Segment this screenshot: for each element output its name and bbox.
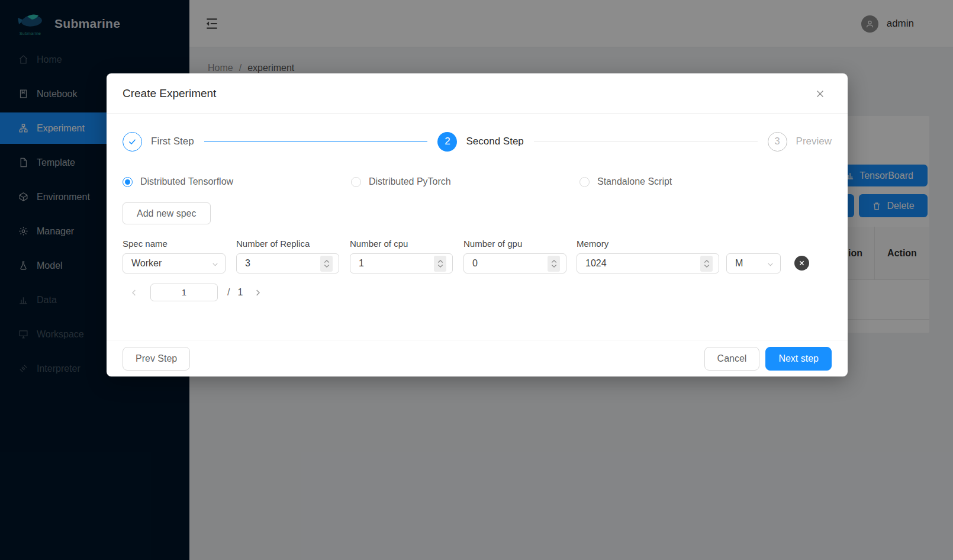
- memory-unit-value: M: [735, 258, 743, 269]
- prev-step-button[interactable]: Prev Step: [123, 347, 190, 371]
- radio-icon: [123, 177, 133, 187]
- cpu-label: Number of cpu: [350, 239, 453, 249]
- step-title: Second Step: [466, 136, 523, 147]
- chevron-left-icon[interactable]: [130, 288, 139, 297]
- cancel-button[interactable]: Cancel: [704, 347, 760, 371]
- memory-unit-select[interactable]: M: [726, 253, 781, 273]
- memory-group: Memory 1024: [577, 239, 719, 273]
- memory-label: Memory: [577, 239, 719, 249]
- number-stepper-icon[interactable]: [548, 256, 560, 272]
- radio-distributed-tensorflow[interactable]: Distributed Tensorflow: [123, 176, 351, 187]
- radio-icon: [579, 177, 590, 187]
- chevron-down-icon: [211, 260, 219, 268]
- step-preview: 3 Preview: [768, 132, 832, 152]
- memory-value: 1024: [585, 258, 607, 269]
- replica-group: Number of Replica 3: [236, 239, 339, 273]
- next-step-button[interactable]: Next step: [765, 347, 832, 371]
- spec-name-value: Worker: [131, 258, 162, 269]
- cpu-value: 1: [359, 258, 364, 269]
- page-total: 1: [237, 287, 243, 298]
- spec-name-select[interactable]: Worker: [123, 253, 226, 273]
- add-new-spec-button[interactable]: Add new spec: [123, 202, 211, 224]
- modal-body: First Step 2 Second Step 3 Preview Distr…: [107, 114, 848, 301]
- cpu-input[interactable]: 1: [350, 253, 453, 273]
- modal-header: Create Experiment: [107, 73, 848, 114]
- spec-form-row: Spec name Worker Number of Replica 3: [123, 239, 832, 273]
- replica-value: 3: [245, 258, 250, 269]
- steps-bar: First Step 2 Second Step 3 Preview: [123, 131, 832, 152]
- step-connector-todo: [534, 141, 758, 142]
- memory-unit-group: M: [726, 239, 781, 273]
- remove-spec-button[interactable]: [794, 256, 809, 271]
- radio-standalone-script[interactable]: Standalone Script: [579, 176, 808, 187]
- close-icon[interactable]: [815, 89, 825, 99]
- step-number: 2: [437, 132, 457, 152]
- page-number-input[interactable]: 1: [150, 284, 218, 301]
- radio-icon: [351, 177, 361, 187]
- spec-name-group: Spec name Worker: [123, 239, 226, 273]
- create-experiment-modal: Create Experiment First Step 2 Second St…: [107, 73, 848, 376]
- gpu-label: Number of gpu: [463, 239, 566, 249]
- gpu-group: Number of gpu 0: [463, 239, 566, 273]
- memory-unit-label: [726, 239, 781, 249]
- step-title: First Step: [151, 136, 194, 147]
- cpu-group: Number of cpu 1: [350, 239, 453, 273]
- modal-title: Create Experiment: [123, 87, 216, 100]
- number-stepper-icon[interactable]: [434, 256, 446, 272]
- step-title: Preview: [796, 136, 832, 147]
- step-first: First Step: [123, 132, 194, 152]
- gpu-input[interactable]: 0: [463, 253, 566, 273]
- radio-label: Distributed PyTorch: [369, 176, 451, 187]
- framework-radio-group: Distributed Tensorflow Distributed PyTor…: [123, 176, 832, 187]
- close-icon: [799, 260, 805, 266]
- step-number: 3: [768, 132, 787, 152]
- spec-pagination: 1 / 1: [123, 284, 832, 301]
- gpu-value: 0: [472, 258, 478, 269]
- step-second: 2 Second Step: [437, 132, 523, 152]
- number-stepper-icon[interactable]: [700, 256, 713, 272]
- page-separator: /: [227, 287, 230, 298]
- modal-footer: Prev Step Cancel Next step: [107, 340, 848, 376]
- radio-label: Distributed Tensorflow: [140, 176, 233, 187]
- replica-input[interactable]: 3: [236, 253, 339, 273]
- chevron-down-icon: [767, 260, 774, 268]
- replica-label: Number of Replica: [236, 239, 339, 249]
- spec-name-label: Spec name: [123, 239, 226, 249]
- chevron-right-icon[interactable]: [253, 288, 262, 297]
- radio-label: Standalone Script: [597, 176, 672, 187]
- radio-distributed-pytorch[interactable]: Distributed PyTorch: [351, 176, 579, 187]
- memory-input[interactable]: 1024: [577, 253, 719, 273]
- number-stepper-icon[interactable]: [320, 256, 333, 272]
- submarine-workbench: Submarine Submarine Home Notebook: [0, 0, 953, 560]
- check-icon: [123, 132, 142, 152]
- step-connector-done: [204, 141, 428, 142]
